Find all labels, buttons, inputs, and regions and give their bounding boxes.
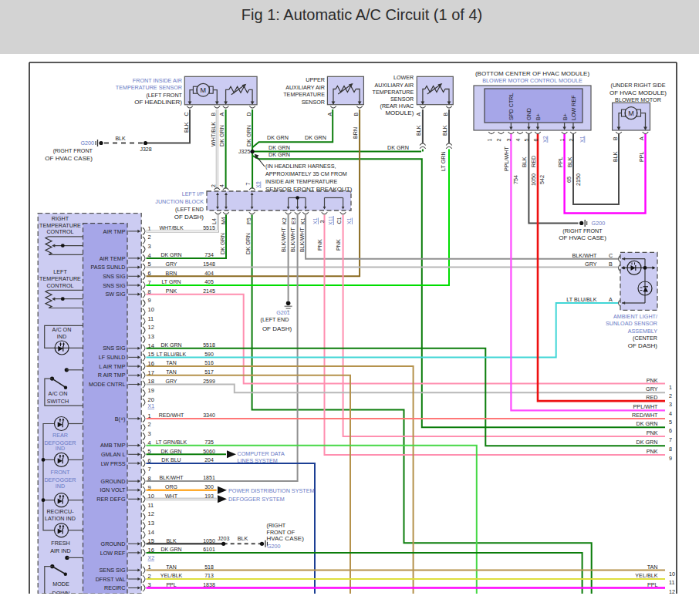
svg-text:REAR: REAR (52, 432, 68, 439)
svg-text:(RIGHT FRONT: (RIGHT FRONT (562, 227, 603, 234)
svg-text:YEL/BLK: YEL/BLK (160, 573, 183, 578)
svg-text:(IN HEADLINER HARNESS,: (IN HEADLINER HARNESS, (265, 163, 336, 170)
svg-text:B+: B+ (562, 113, 569, 120)
svg-text:DK GRN: DK GRN (268, 144, 290, 151)
svg-text:735: 735 (204, 439, 214, 445)
svg-text:14: 14 (148, 529, 154, 536)
svg-text:PNK: PNK (316, 239, 323, 251)
svg-text:MODE CNTRL: MODE CNTRL (89, 381, 126, 388)
svg-text:12: 12 (148, 324, 154, 331)
svg-text:OF DASH): OF DASH) (628, 342, 658, 349)
svg-text:LT GRN/BLK: LT GRN/BLK (156, 439, 187, 445)
svg-text:SNS SIG: SNS SIG (103, 282, 126, 289)
svg-text:(RIGHT: (RIGHT (267, 522, 286, 529)
svg-text:PNK: PNK (647, 448, 658, 455)
svg-text:C: C (184, 112, 189, 116)
svg-text:1: 1 (559, 139, 565, 142)
svg-text:5060: 5060 (203, 449, 215, 454)
svg-text:OF DASH): OF DASH) (262, 325, 292, 332)
svg-text:3: 3 (148, 243, 151, 250)
svg-text:2599: 2599 (203, 379, 215, 384)
svg-text:BLK/WHT: BLK/WHT (159, 475, 184, 480)
svg-text:AUXILIARY AIR: AUXILIARY AIR (285, 84, 325, 91)
svg-text:B: B (353, 113, 359, 116)
svg-text:BLK/WHT: BLK/WHT (280, 227, 287, 252)
svg-text:B(+): B(+) (115, 416, 126, 422)
svg-text:X1: X1 (579, 136, 585, 143)
svg-text:RED: RED (646, 394, 657, 401)
svg-text:3: 3 (319, 220, 325, 224)
svg-text:FRONT INSIDE AIR: FRONT INSIDE AIR (133, 77, 182, 84)
svg-text:(BOTTOM CENTER OF HVAC MODULE): (BOTTOM CENTER OF HVAC MODULE) (475, 70, 589, 77)
svg-text:BLK: BLK (183, 122, 190, 133)
svg-text:JUNCTION BLOCK: JUNCTION BLOCK (155, 198, 204, 205)
svg-text:LEFT: LEFT (53, 268, 67, 275)
svg-text:TAN: TAN (166, 564, 176, 570)
svg-text:2150: 2150 (575, 173, 582, 186)
svg-text:2: 2 (148, 234, 151, 241)
svg-text:SNS SIG: SNS SIG (103, 345, 126, 352)
svg-text:YEL/BLK: YEL/BLK (635, 572, 657, 579)
svg-text:RED/WHT: RED/WHT (632, 412, 658, 419)
svg-text:(LEFT END: (LEFT END (175, 206, 204, 213)
svg-text:G200: G200 (267, 543, 281, 550)
svg-text:A/C ON: A/C ON (49, 390, 68, 397)
svg-text:516: 516 (204, 360, 214, 365)
svg-text:PNK: PNK (166, 288, 177, 294)
svg-text:AIR TMP: AIR TMP (103, 228, 125, 235)
svg-text:L4: L4 (211, 218, 217, 224)
svg-text:SENS SIG: SENS SIG (100, 567, 126, 574)
svg-text:J328: J328 (140, 146, 151, 152)
svg-text:L AIR TMP: L AIR TMP (99, 363, 126, 370)
svg-text:BLOWER MOTOR: BLOWER MOTOR (615, 96, 661, 103)
svg-text:TEMPERATURE: TEMPERATURE (373, 89, 414, 96)
svg-text:1838: 1838 (203, 582, 215, 587)
svg-text:B: B (211, 113, 216, 116)
svg-text:X1: X1 (148, 403, 155, 409)
svg-text:13: 13 (148, 520, 154, 527)
svg-text:1: 1 (669, 384, 672, 391)
svg-text:DFRST VAL: DFRST VAL (96, 576, 126, 583)
svg-text:OF DASH): OF DASH) (174, 214, 204, 220)
svg-text:(RIGHT FRONT: (RIGHT FRONT (53, 147, 93, 154)
svg-text:GRY: GRY (585, 261, 597, 268)
svg-text:6101: 6101 (203, 547, 215, 552)
svg-text:DK GRN: DK GRN (637, 420, 658, 427)
svg-text:CONTROL: CONTROL (46, 282, 73, 289)
svg-text:AIR TEMP: AIR TEMP (100, 255, 126, 262)
svg-text:FRESH: FRESH (51, 540, 69, 547)
svg-text:12: 12 (148, 510, 154, 517)
svg-text:713: 713 (204, 573, 214, 578)
svg-text:6: 6 (669, 427, 672, 434)
svg-text:1548: 1548 (203, 261, 215, 267)
svg-text:204: 204 (204, 457, 214, 463)
svg-text:AUXILIARY AIR: AUXILIARY AIR (374, 82, 414, 89)
svg-text:SUNLOAD SENSOR: SUNLOAD SENSOR (606, 320, 657, 327)
svg-text:A: A (639, 136, 644, 140)
svg-text:(LEFT END: (LEFT END (260, 316, 289, 323)
svg-text:PPL: PPL (166, 582, 176, 587)
svg-text:BLK: BLK (566, 157, 573, 167)
svg-text:Fig 1: Automatic A/C Circuit (: Fig 1: Automatic A/C Circuit (1 of 4) (241, 6, 482, 23)
svg-text:DK GRN: DK GRN (218, 125, 225, 146)
svg-text:M: M (201, 86, 207, 94)
svg-text:GROUND: GROUND (101, 478, 126, 485)
svg-text:542: 542 (539, 175, 545, 184)
svg-text:2: 2 (569, 139, 574, 142)
svg-text:OF HVAC MODULE): OF HVAC MODULE) (610, 89, 667, 96)
svg-text:E3: E3 (291, 217, 296, 224)
svg-text:BLK: BLK (612, 151, 619, 162)
svg-text:2: 2 (148, 421, 151, 428)
svg-text:RECIRCU-: RECIRCU- (46, 508, 74, 515)
svg-text:DK GRN: DK GRN (245, 125, 252, 146)
svg-text:TAN: TAN (647, 564, 658, 571)
svg-text:4: 4 (515, 139, 521, 142)
svg-text:DK GRN: DK GRN (267, 134, 289, 141)
svg-text:MODULE): MODULE) (385, 109, 414, 116)
svg-text:PPL/WHT: PPL/WHT (503, 146, 510, 171)
svg-text:PNK: PNK (647, 377, 658, 384)
svg-text:X9: X9 (255, 181, 261, 188)
svg-text:65: 65 (566, 177, 572, 183)
svg-text:P5: P5 (246, 217, 252, 224)
svg-text:WHT/BLK: WHT/BLK (159, 225, 183, 231)
